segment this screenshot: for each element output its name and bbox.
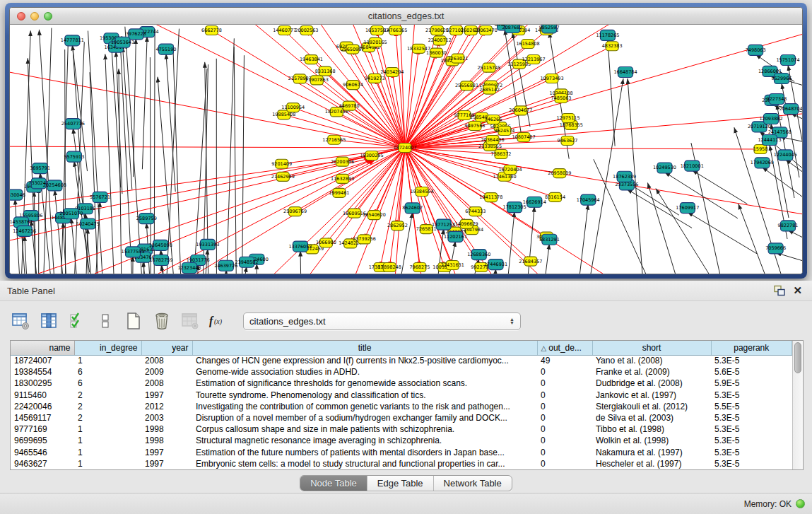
svg-text:12244045: 12244045 bbox=[774, 152, 797, 158]
svg-text:12323448: 12323448 bbox=[177, 265, 201, 271]
table-row[interactable]: 977716911998Corpus callosum shape and si… bbox=[11, 424, 792, 435]
close-panel-icon[interactable]: ✕ bbox=[793, 285, 802, 296]
cell-pagerank: 5.3E-5 bbox=[711, 390, 792, 401]
cell-out_degree: 0 bbox=[537, 458, 592, 469]
svg-text:8530046: 8530046 bbox=[10, 192, 25, 198]
svg-text:11202161: 11202161 bbox=[444, 234, 467, 240]
cell-out_degree: 0 bbox=[537, 435, 592, 446]
svg-text:15751074: 15751074 bbox=[776, 57, 799, 63]
tab-network-table[interactable]: Network Table bbox=[434, 476, 512, 491]
svg-text:2087682: 2087682 bbox=[502, 25, 523, 30]
svg-text:f: f bbox=[209, 315, 214, 327]
column-header-name[interactable]: name bbox=[11, 341, 74, 355]
svg-text:18210001: 18210001 bbox=[681, 163, 704, 169]
svg-text:18332547: 18332547 bbox=[407, 46, 430, 52]
svg-text:3263021: 3263021 bbox=[447, 56, 468, 62]
float-panel-icon[interactable] bbox=[773, 285, 786, 296]
show-columns-icon[interactable] bbox=[38, 310, 59, 332]
svg-text:12467236: 12467236 bbox=[13, 228, 36, 234]
svg-text:17609917: 17609917 bbox=[676, 205, 699, 211]
svg-text:9201409: 9201409 bbox=[271, 161, 292, 167]
table-row[interactable]: 1938455462009Genome-wide association stu… bbox=[11, 366, 792, 378]
select-rows-icon[interactable] bbox=[66, 310, 88, 332]
cell-year: 1997 bbox=[141, 458, 192, 469]
table-row[interactable]: 2242004622012Investigating the contribut… bbox=[11, 401, 792, 412]
table-row[interactable]: 946554611997Estimation of the future num… bbox=[11, 447, 792, 458]
svg-text:16626914: 16626914 bbox=[523, 199, 546, 205]
close-window-icon[interactable] bbox=[17, 12, 25, 21]
network-window[interactable]: citations_edges.txt 28629521654062016609… bbox=[5, 3, 807, 279]
column-header-short[interactable]: short bbox=[592, 341, 711, 355]
svg-text:24639726: 24639726 bbox=[214, 263, 237, 269]
svg-text:7485063: 7485063 bbox=[551, 95, 572, 101]
new-column-icon[interactable] bbox=[123, 310, 144, 332]
svg-text:12444113: 12444113 bbox=[758, 137, 781, 143]
cell-title: Changes of HCN gene expression and I(f) … bbox=[192, 355, 537, 366]
delete-column-trash-icon[interactable] bbox=[151, 310, 172, 332]
cell-in_degree: 6 bbox=[74, 366, 141, 378]
svg-text:2589759: 2589759 bbox=[136, 216, 157, 221]
vertical-scrollbar[interactable] bbox=[792, 341, 803, 469]
tab-edge-table[interactable]: Edge Table bbox=[367, 476, 434, 491]
table-row[interactable]: 1830029562008Estimation of significance … bbox=[11, 378, 792, 389]
table-row[interactable]: 1872400712008Changes of HCN gene express… bbox=[11, 355, 792, 366]
table-selector-dropdown[interactable]: citations_edges.txt ▲▼ bbox=[243, 313, 521, 330]
column-header-pagerank[interactable]: pagerank bbox=[711, 341, 792, 355]
table-header-row: namein_degreeyeartitle△out_de...shortpag… bbox=[11, 341, 792, 355]
cell-in_degree: 1 bbox=[74, 458, 141, 469]
cell-short: Dudbridge et al. (2008) bbox=[592, 378, 711, 389]
dropdown-arrows-icon: ▲▼ bbox=[510, 317, 514, 325]
svg-text:23948582: 23948582 bbox=[235, 259, 259, 265]
column-header-title[interactable]: title bbox=[192, 341, 537, 355]
memory-status-indicator-icon[interactable] bbox=[796, 499, 805, 508]
svg-text:20254608: 20254608 bbox=[43, 182, 66, 188]
svg-text:20648704: 20648704 bbox=[779, 106, 802, 112]
svg-text:7968275: 7968275 bbox=[409, 264, 430, 270]
table-row[interactable]: 911546021997Tourette syndrome. Phenomeno… bbox=[11, 390, 792, 401]
cell-name: 18300295 bbox=[11, 378, 74, 389]
cell-name: 14569117 bbox=[11, 412, 74, 424]
svg-text:8316154: 8316154 bbox=[545, 194, 565, 200]
column-header-out_degree[interactable]: △out_de... bbox=[537, 341, 592, 355]
function-builder-icon[interactable]: f (x) bbox=[208, 310, 229, 332]
svg-text:18300295: 18300295 bbox=[360, 153, 383, 158]
window-titlebar[interactable]: citations_edges.txt bbox=[10, 8, 802, 25]
svg-text:14538761: 14538761 bbox=[10, 219, 33, 225]
svg-text:25115745: 25115745 bbox=[477, 65, 500, 71]
column-header-year[interactable]: year bbox=[141, 341, 192, 355]
sort-ascending-icon: △ bbox=[541, 344, 547, 352]
svg-text:2685142: 2685142 bbox=[479, 87, 500, 93]
svg-text:19384554: 19384554 bbox=[410, 189, 433, 194]
svg-text:11100954: 11100954 bbox=[281, 105, 305, 110]
svg-text:9777169: 9777169 bbox=[454, 112, 475, 118]
cell-title: Estimation of the future numbers of pati… bbox=[192, 447, 537, 458]
scrollbar-thumb[interactable] bbox=[794, 342, 801, 373]
table-row[interactable]: 1456911722003Disruption of a novel membe… bbox=[11, 412, 792, 424]
zoom-window-icon[interactable] bbox=[44, 12, 52, 21]
network-graph[interactable]: 2862952165406201660951619994611163289320… bbox=[10, 25, 802, 274]
table-panel-body: f (x) citations_edges.txt ▲▼ namein_degr… bbox=[0, 301, 812, 493]
svg-text:19063470: 19063470 bbox=[474, 28, 498, 33]
table-row[interactable]: 969969511998Structural magnetic resonanc… bbox=[11, 435, 792, 446]
tab-node-table[interactable]: Node Table bbox=[300, 476, 367, 491]
svg-text:4469780: 4469780 bbox=[339, 103, 360, 109]
minimize-window-icon[interactable] bbox=[30, 12, 39, 21]
cell-year: 2008 bbox=[141, 355, 192, 366]
row-height-icon[interactable] bbox=[95, 310, 116, 332]
svg-text:9419273: 9419273 bbox=[365, 76, 385, 81]
column-header-in_degree[interactable]: in_degree bbox=[74, 341, 141, 355]
cell-pagerank: 5.3E-5 bbox=[711, 355, 792, 366]
table-mode-icon[interactable] bbox=[10, 310, 31, 332]
table-row[interactable]: 946362711997Embryonic stem cells: a mode… bbox=[11, 458, 792, 469]
cell-title: Investigating the contribution of common… bbox=[192, 401, 537, 412]
cell-title: Corpus callosum shape and size in male p… bbox=[192, 424, 537, 435]
svg-text:10249530: 10249530 bbox=[653, 165, 676, 170]
svg-text:9852597: 9852597 bbox=[539, 25, 560, 30]
network-canvas[interactable]: 2862952165406201660951619994611163289320… bbox=[10, 25, 802, 274]
svg-text:18768355: 18768355 bbox=[560, 122, 583, 128]
svg-text:5576721: 5576721 bbox=[90, 194, 110, 200]
cell-year: 1997 bbox=[141, 390, 192, 401]
svg-text:16720404: 16720404 bbox=[498, 167, 522, 173]
svg-text:20002563: 20002563 bbox=[295, 28, 318, 33]
cell-in_degree: 1 bbox=[74, 435, 141, 446]
